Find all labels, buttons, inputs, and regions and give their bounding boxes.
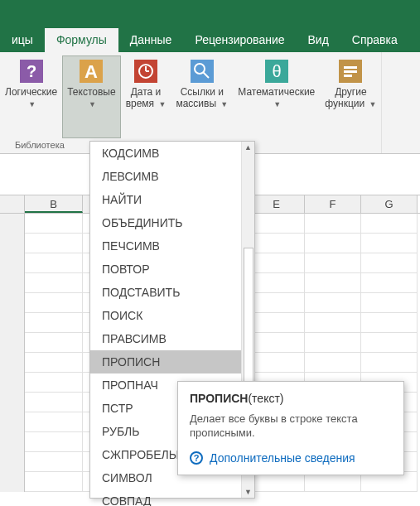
chevron-down-icon: ▼ — [369, 99, 377, 110]
more-icon — [337, 58, 364, 84]
svg-text:θ: θ — [272, 62, 281, 80]
dropdown-item[interactable]: ЛЕВСИМВ — [90, 165, 254, 188]
tab-view[interactable]: Вид — [297, 28, 340, 52]
tab-review[interactable]: Рецензирование — [183, 28, 296, 52]
svg-rect-8 — [191, 60, 214, 83]
scroll-down-icon[interactable]: ▼ — [242, 486, 254, 498]
select-all-corner[interactable] — [0, 195, 25, 213]
date-button[interactable]: Дата ивремя ▼ — [121, 55, 171, 138]
column-header[interactable]: E — [249, 195, 305, 213]
chevron-down-icon: ▼ — [89, 99, 96, 110]
dropdown-item[interactable]: ПОИСК — [90, 304, 254, 327]
more-label1: Другие — [335, 86, 366, 98]
ribbon-tabs: ицы Формулы Данные Рецензирование Вид Сп… — [0, 28, 420, 52]
tab-data[interactable]: Данные — [118, 28, 184, 52]
math-label: Математические — [238, 86, 315, 98]
chevron-down-icon: ▼ — [28, 99, 36, 110]
date-label1: Дата и — [131, 86, 162, 98]
chevron-down-icon: ▼ — [273, 99, 281, 110]
text-icon: A — [78, 58, 104, 84]
text-button[interactable]: A Текстовые▼ — [62, 55, 120, 138]
dropdown-item[interactable]: СОВПАД — [90, 489, 254, 506]
more-button[interactable]: Другиефункции ▼ — [320, 55, 381, 138]
chevron-down-icon: ▼ — [158, 99, 166, 110]
title-bar — [0, 0, 420, 28]
tooltip-help-link[interactable]: ? Дополнительные сведения — [190, 451, 392, 465]
logical-button[interactable]: ? Логические▼ — [0, 55, 62, 138]
text-label: Текстовые — [67, 86, 115, 98]
date-label2: время — [126, 98, 154, 109]
svg-text:?: ? — [26, 62, 36, 80]
tab-formulas[interactable]: Формулы — [45, 28, 118, 52]
chevron-down-icon: ▼ — [220, 99, 228, 110]
dropdown-item[interactable]: ПОВТОР — [90, 258, 254, 281]
tooltip-title: ПРОПИСН(текст) — [190, 392, 392, 405]
tooltip-description: Делает все буквы в строке текста прописн… — [190, 412, 392, 440]
svg-rect-14 — [344, 66, 357, 69]
help-icon: ? — [190, 451, 203, 465]
column-header[interactable]: G — [361, 195, 418, 213]
svg-rect-15 — [344, 70, 357, 73]
dropdown-item[interactable]: ПОДСТАВИТЬ — [90, 281, 254, 304]
svg-text:A: A — [84, 61, 98, 82]
lookup-button[interactable]: Ссылки имассивы ▼ — [171, 55, 233, 138]
logical-label: Логические — [5, 86, 57, 98]
dropdown-item[interactable]: ПЕЧСИМВ — [90, 234, 254, 258]
dropdown-item[interactable]: ПРАВСИМВ — [90, 327, 254, 350]
math-button[interactable]: θ Математические▼ — [233, 55, 320, 138]
lookup-label2: массивы — [176, 98, 216, 109]
scroll-up-icon[interactable]: ▲ — [242, 142, 254, 153]
dropdown-item[interactable]: ПРОПИСН — [90, 350, 254, 373]
column-header[interactable]: F — [305, 195, 361, 213]
theta-icon: θ — [263, 58, 290, 84]
clock-icon — [133, 58, 159, 84]
lookup-icon — [189, 58, 215, 84]
ribbon-group-label: Библиотека — [0, 138, 70, 152]
column-header[interactable]: B — [25, 195, 83, 213]
function-tooltip: ПРОПИСН(текст) Делает все буквы в строке… — [177, 381, 404, 475]
question-icon: ? — [18, 58, 45, 84]
more-label2: функции — [325, 98, 364, 109]
dropdown-item[interactable]: КОДСИМВ — [90, 142, 254, 165]
lookup-label1: Ссылки и — [181, 86, 224, 98]
tab-help[interactable]: Справка — [340, 28, 409, 52]
dropdown-item[interactable]: ОБЪЕДИНИТЬ — [90, 211, 254, 234]
ribbon: ? Логические▼ A Текстовые▼ Дата ивремя ▼ — [0, 52, 420, 154]
dropdown-item[interactable]: НАЙТИ — [90, 188, 254, 211]
tooltip-link-text: Дополнительные сведения — [210, 451, 355, 465]
svg-rect-16 — [344, 75, 352, 77]
tab-pagelayout[interactable]: ицы — [0, 28, 45, 52]
